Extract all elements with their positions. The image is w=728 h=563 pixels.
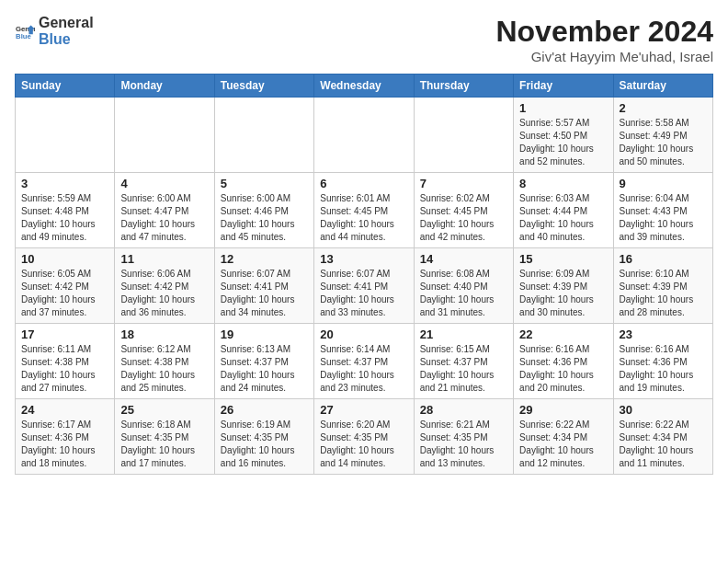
weekday-header: Thursday [414,75,513,98]
day-info: Sunrise: 6:08 AM Sunset: 4:40 PM Dayligh… [420,268,507,319]
day-number: 3 [21,177,108,190]
day-number: 11 [120,252,208,266]
day-number: 22 [519,327,607,341]
weekday-header: Friday [514,75,613,98]
calendar-cell [214,98,313,173]
day-number: 4 [120,177,208,190]
day-number: 26 [221,403,308,417]
day-number: 14 [420,252,507,266]
day-number: 25 [120,403,208,417]
weekday-header: Tuesday [214,75,313,98]
calendar-cell: 22Sunrise: 6:16 AM Sunset: 4:36 PM Dayli… [514,324,613,399]
day-number: 12 [221,252,308,266]
day-number: 27 [320,403,407,417]
day-info: Sunrise: 6:13 AM Sunset: 4:37 PM Dayligh… [221,343,308,395]
day-info: Sunrise: 5:59 AM Sunset: 4:48 PM Dayligh… [21,192,108,244]
weekday-header: Monday [115,75,214,98]
calendar-cell [314,98,414,173]
calendar-week-row: 1Sunrise: 5:57 AM Sunset: 4:50 PM Daylig… [16,98,713,173]
day-info: Sunrise: 6:22 AM Sunset: 4:34 PM Dayligh… [620,419,707,470]
calendar-cell: 1Sunrise: 5:57 AM Sunset: 4:50 PM Daylig… [514,98,613,173]
day-number: 18 [120,327,208,341]
calendar-week-row: 10Sunrise: 6:05 AM Sunset: 4:42 PM Dayli… [16,248,713,324]
day-number: 20 [320,327,407,341]
day-info: Sunrise: 6:18 AM Sunset: 4:35 PM Dayligh… [120,419,208,470]
day-info: Sunrise: 6:12 AM Sunset: 4:38 PM Dayligh… [120,343,208,395]
day-info: Sunrise: 5:57 AM Sunset: 4:50 PM Dayligh… [519,117,607,168]
day-info: Sunrise: 6:20 AM Sunset: 4:35 PM Dayligh… [320,419,407,470]
day-number: 17 [21,327,108,341]
calendar-cell [414,98,513,173]
day-info: Sunrise: 6:00 AM Sunset: 4:47 PM Dayligh… [120,192,208,244]
calendar-cell: 18Sunrise: 6:12 AM Sunset: 4:38 PM Dayli… [115,324,214,399]
calendar-cell: 27Sunrise: 6:20 AM Sunset: 4:35 PM Dayli… [314,399,414,475]
day-number: 8 [519,177,607,190]
calendar-cell: 12Sunrise: 6:07 AM Sunset: 4:41 PM Dayli… [214,248,313,324]
calendar-cell: 19Sunrise: 6:13 AM Sunset: 4:37 PM Dayli… [214,324,313,399]
calendar-cell: 8Sunrise: 6:03 AM Sunset: 4:44 PM Daylig… [514,173,613,248]
day-number: 15 [519,252,607,266]
day-info: Sunrise: 6:11 AM Sunset: 4:38 PM Dayligh… [21,343,108,395]
day-info: Sunrise: 6:16 AM Sunset: 4:36 PM Dayligh… [620,343,707,395]
day-number: 5 [221,177,308,190]
calendar-cell: 26Sunrise: 6:19 AM Sunset: 4:35 PM Dayli… [214,399,313,475]
calendar-cell: 14Sunrise: 6:08 AM Sunset: 4:40 PM Dayli… [414,248,513,324]
day-number: 7 [420,177,507,190]
day-info: Sunrise: 5:58 AM Sunset: 4:49 PM Dayligh… [620,117,707,168]
calendar-cell: 28Sunrise: 6:21 AM Sunset: 4:35 PM Dayli… [414,399,513,475]
logo-general: General [39,15,94,31]
day-info: Sunrise: 6:21 AM Sunset: 4:35 PM Dayligh… [420,419,507,470]
page-header: General Blue General Blue November 2024 … [15,15,713,64]
day-info: Sunrise: 6:01 AM Sunset: 4:45 PM Dayligh… [320,192,407,244]
day-number: 16 [620,252,707,266]
calendar-cell: 5Sunrise: 6:00 AM Sunset: 4:46 PM Daylig… [214,173,313,248]
day-number: 10 [21,252,108,266]
page-title: November 2024 [495,15,713,49]
calendar-cell: 9Sunrise: 6:04 AM Sunset: 4:43 PM Daylig… [613,173,712,248]
day-info: Sunrise: 6:07 AM Sunset: 4:41 PM Dayligh… [221,268,308,319]
calendar-cell: 2Sunrise: 5:58 AM Sunset: 4:49 PM Daylig… [613,98,712,173]
day-number: 24 [21,403,108,417]
calendar-cell: 25Sunrise: 6:18 AM Sunset: 4:35 PM Dayli… [115,399,214,475]
calendar-cell: 21Sunrise: 6:15 AM Sunset: 4:37 PM Dayli… [414,324,513,399]
day-number: 9 [620,177,707,190]
calendar-week-row: 17Sunrise: 6:11 AM Sunset: 4:38 PM Dayli… [16,324,713,399]
day-number: 28 [420,403,507,417]
calendar-cell: 6Sunrise: 6:01 AM Sunset: 4:45 PM Daylig… [314,173,414,248]
day-info: Sunrise: 6:15 AM Sunset: 4:37 PM Dayligh… [420,343,507,395]
calendar-cell: 13Sunrise: 6:07 AM Sunset: 4:41 PM Dayli… [314,248,414,324]
day-number: 23 [620,327,707,341]
day-number: 30 [620,403,707,417]
day-info: Sunrise: 6:16 AM Sunset: 4:36 PM Dayligh… [519,343,607,395]
calendar-week-row: 3Sunrise: 5:59 AM Sunset: 4:48 PM Daylig… [16,173,713,248]
weekday-header-row: SundayMondayTuesdayWednesdayThursdayFrid… [16,75,713,98]
day-info: Sunrise: 6:17 AM Sunset: 4:36 PM Dayligh… [21,419,108,470]
day-number: 6 [320,177,407,190]
calendar-cell: 15Sunrise: 6:09 AM Sunset: 4:39 PM Dayli… [514,248,613,324]
calendar-cell: 3Sunrise: 5:59 AM Sunset: 4:48 PM Daylig… [16,173,115,248]
day-info: Sunrise: 6:09 AM Sunset: 4:39 PM Dayligh… [519,268,607,319]
calendar-table: SundayMondayTuesdayWednesdayThursdayFrid… [15,74,713,475]
calendar-cell: 24Sunrise: 6:17 AM Sunset: 4:36 PM Dayli… [16,399,115,475]
logo-blue: Blue [39,31,94,48]
calendar-cell: 20Sunrise: 6:14 AM Sunset: 4:37 PM Dayli… [314,324,414,399]
calendar-week-row: 24Sunrise: 6:17 AM Sunset: 4:36 PM Dayli… [16,399,713,475]
calendar-cell: 11Sunrise: 6:06 AM Sunset: 4:42 PM Dayli… [115,248,214,324]
calendar-cell [115,98,214,173]
weekday-header: Sunday [16,75,115,98]
day-info: Sunrise: 6:06 AM Sunset: 4:42 PM Dayligh… [120,268,208,319]
calendar-cell: 17Sunrise: 6:11 AM Sunset: 4:38 PM Dayli… [16,324,115,399]
day-info: Sunrise: 6:10 AM Sunset: 4:39 PM Dayligh… [620,268,707,319]
day-number: 29 [519,403,607,417]
day-info: Sunrise: 6:00 AM Sunset: 4:46 PM Dayligh… [221,192,308,244]
calendar-cell: 16Sunrise: 6:10 AM Sunset: 4:39 PM Dayli… [613,248,712,324]
day-info: Sunrise: 6:22 AM Sunset: 4:34 PM Dayligh… [519,419,607,470]
weekday-header: Saturday [613,75,712,98]
weekday-header: Wednesday [314,75,414,98]
logo-icon: General Blue [15,21,35,41]
location-label: Giv'at Hayyim Me'uhad, Israel [495,49,713,64]
day-number: 13 [320,252,407,266]
logo: General Blue General Blue [15,15,94,47]
calendar-cell [16,98,115,173]
calendar-cell: 30Sunrise: 6:22 AM Sunset: 4:34 PM Dayli… [613,399,712,475]
